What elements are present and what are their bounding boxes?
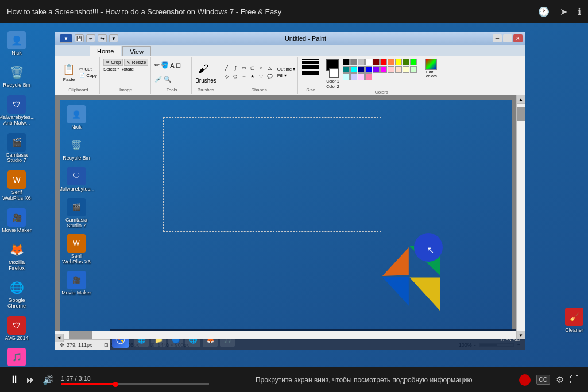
settings-button[interactable]: ⚙ [556, 374, 564, 385]
player-bar: ⏸ ⏭ 🔊 1:57 / 3:18 Прокрутите экран вниз,… [0, 367, 588, 392]
share-icon[interactable]: ➤ [560, 6, 567, 17]
swatch-blue[interactable] [365, 66, 372, 73]
paint-maximize-btn[interactable]: □ [503, 34, 512, 42]
desktop-icon-nick[interactable]: 👤 Nick [0, 29, 33, 59]
swatch-green[interactable] [410, 59, 417, 65]
record-button[interactable] [519, 374, 531, 386]
paint-canvas-icons: 👤 Nick 🗑️ Recycle Bin 🛡 Malwarebytes... [60, 100, 106, 331]
paste-btn[interactable]: 📋 Paste [60, 61, 78, 83]
swatch-3[interactable] [403, 66, 409, 73]
swatch-black[interactable] [343, 59, 350, 65]
swatch-1[interactable] [388, 66, 394, 73]
quick-undo[interactable]: ↩ [86, 34, 95, 42]
resize-btn[interactable]: ⤡ Resize [124, 59, 148, 66]
pause-button[interactable]: ⏸ [9, 374, 20, 386]
shape-diamond[interactable]: ◇ [223, 73, 231, 81]
swatch-cyan[interactable] [350, 66, 357, 73]
fill-tool[interactable]: 🪣 [161, 61, 169, 69]
shape-triangle[interactable]: △ [266, 64, 274, 72]
swatch-lightgray[interactable] [358, 59, 365, 65]
swatch-navy[interactable] [358, 66, 365, 73]
size-3[interactable] [302, 65, 319, 69]
swatch-purple[interactable] [373, 66, 380, 73]
desktop-icon-firefox[interactable]: 🦊 MozillaFirefox [0, 238, 33, 274]
swatch-white[interactable] [365, 59, 372, 65]
magnify-tool[interactable]: 🔍 [164, 76, 172, 83]
copy-btn[interactable]: 📄 Copy [79, 73, 97, 78]
picker-tool[interactable]: 💉 [154, 76, 163, 83]
subtitle-text: Прокрутите экран вниз, чтобы посмотреть … [216, 376, 512, 384]
quick-redo[interactable]: ↪ [98, 34, 107, 42]
desktop-icon-camtasia[interactable]: 🎬 CamtasiaStudio 7 [0, 131, 33, 166]
text-tool[interactable]: A [170, 62, 174, 69]
select-btn[interactable]: Select [103, 67, 116, 72]
shape-callout[interactable]: 💬 [266, 73, 274, 81]
swatch-6[interactable] [350, 73, 357, 80]
paint-menu-btn[interactable]: ▼ [60, 34, 72, 43]
tab-home[interactable]: Home [90, 46, 121, 56]
shape-rect[interactable]: ▭ [240, 64, 248, 72]
paint-close-btn[interactable]: ✕ [513, 34, 523, 42]
size-2[interactable] [302, 61, 319, 64]
ribbon-tools: ✏ 🪣 A ◻ 💉 🔍 Tools [152, 57, 192, 94]
swatch-red[interactable] [380, 59, 387, 65]
color2-swatch[interactable] [329, 68, 339, 78]
progress-bar[interactable] [61, 383, 209, 385]
shape-arrow[interactable]: → [240, 73, 248, 81]
progress-fill [61, 383, 115, 385]
swatch-4[interactable] [410, 66, 417, 73]
brushes-btn[interactable]: 🖌 Brushes [195, 61, 216, 84]
desktop-icon-serif[interactable]: W SerifWebPlus X6 [0, 168, 33, 204]
clock-icon[interactable]: 🕐 [538, 6, 550, 17]
fill-btn[interactable]: Fill ▾ [277, 73, 296, 78]
info-icon[interactable]: ℹ [578, 6, 581, 17]
swatch-teal[interactable] [343, 66, 350, 73]
quick-save[interactable]: 💾 [75, 34, 84, 42]
swatch-2[interactable] [395, 66, 402, 73]
swatch-darkgreen[interactable] [403, 59, 409, 65]
tab-view[interactable]: View [122, 46, 151, 56]
shape-line[interactable]: ╱ [223, 64, 231, 72]
crop-btn[interactable]: ✂ Crop [103, 59, 123, 66]
status-selection-icon: ⊡ [104, 342, 109, 348]
top-bar: How to take a Screenshot!!! - How to do … [0, 0, 588, 23]
swatch-8[interactable] [365, 73, 372, 80]
swatch-7[interactable] [358, 73, 365, 80]
paint-scrollbar-right[interactable]: ▲ ▼ [516, 95, 525, 339]
next-button[interactable]: ⏭ [26, 375, 36, 385]
pencil-tool[interactable]: ✏ [154, 61, 160, 69]
swatch-5[interactable] [343, 73, 350, 80]
swatch-gray[interactable] [350, 59, 357, 65]
swatch-maroon[interactable] [373, 59, 380, 65]
desktop-icon-recycle[interactable]: 🗑️ Recycle Bin [0, 61, 33, 91]
status-position: ✛ 279, 111px [60, 342, 92, 348]
desktop-icon-malwarebytes[interactable]: 🛡 Malwarebytes...Anti-Malw... [0, 93, 33, 129]
paint-minimize-btn[interactable]: ─ [493, 34, 502, 42]
shape-star[interactable]: ★ [249, 73, 257, 81]
shape-roundrect[interactable]: ▢ [249, 64, 257, 72]
desktop-icon-itunes[interactable]: 🎵 iTunes [0, 346, 33, 367]
swatch-orange[interactable] [388, 59, 394, 65]
eraser-tool[interactable]: ◻ [176, 61, 181, 69]
paint-scrollbar-bottom[interactable]: ◄ [55, 331, 516, 339]
shape-curve[interactable]: ∫ [231, 64, 239, 72]
fullscreen-button[interactable]: ⛶ [570, 375, 579, 385]
edit-colors-btn[interactable]: Editcolors [425, 59, 437, 78]
rotate-btn[interactable]: * Rotate [117, 67, 134, 72]
size-1[interactable] [302, 59, 319, 60]
shape-ellipse[interactable]: ○ [257, 64, 265, 72]
desktop-icon-avg[interactable]: 🛡 AVG 2014 [0, 314, 33, 344]
swatch-magenta[interactable] [380, 66, 387, 73]
shape-penta[interactable]: ⬠ [231, 73, 239, 81]
volume-button[interactable]: 🔊 [42, 374, 54, 385]
quick-dropdown[interactable]: ▼ [109, 34, 118, 42]
desktop-icon-chrome[interactable]: 🌐 GoogleChrome [0, 276, 33, 312]
size-4[interactable] [302, 71, 319, 75]
cut-btn[interactable]: ✂ Cut [79, 67, 97, 72]
outline-btn[interactable]: Outline ▾ [277, 67, 296, 72]
desktop-icon-moviemaker[interactable]: 🎥 Movie Maker [0, 206, 33, 236]
shape-heart[interactable]: ♡ [257, 73, 265, 81]
paint-title: Untitled - Paint [118, 35, 493, 42]
swatch-yellow[interactable] [395, 59, 402, 65]
cc-button[interactable]: CC [536, 375, 550, 385]
